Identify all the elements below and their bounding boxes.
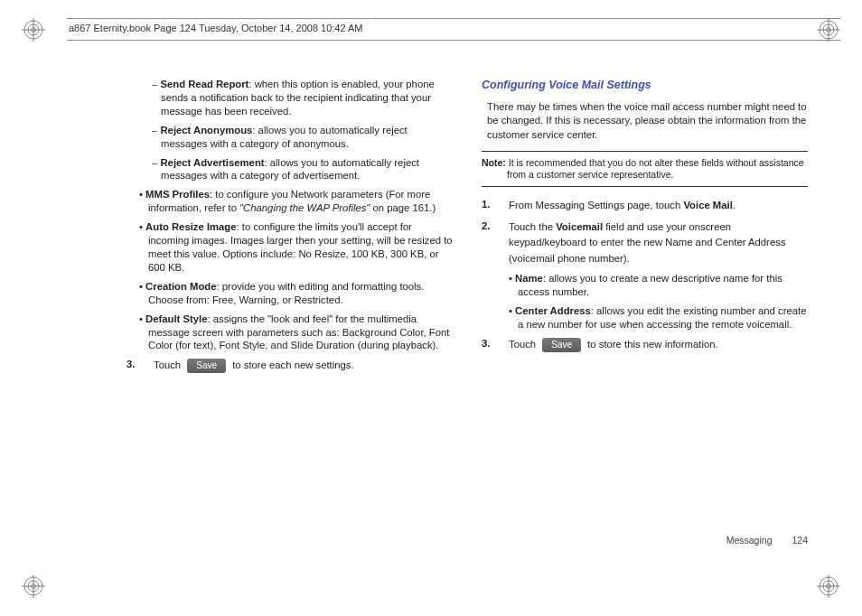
divider bbox=[482, 151, 808, 152]
step-body: From Messaging Settings page, touch Voic… bbox=[509, 198, 808, 214]
step-text: Touch bbox=[154, 359, 183, 370]
list-item: • Creation Mode: provide you with editin… bbox=[139, 280, 453, 307]
item-title: Send Read Report bbox=[160, 79, 248, 89]
header-rule bbox=[67, 18, 840, 19]
note-label: Note: bbox=[482, 157, 506, 168]
step-body: Touch the Voicemail field and use your o… bbox=[509, 219, 808, 267]
page-footer: Messaging124 bbox=[726, 535, 808, 546]
step-body: Touch Save to store each new settings. bbox=[154, 358, 453, 374]
footer-section: Messaging bbox=[726, 535, 773, 546]
cross-reference: "Changing the WAP Profiles" bbox=[239, 202, 370, 213]
step-text: to store each new settings. bbox=[230, 359, 354, 370]
note-body: from a customer service representative. bbox=[507, 169, 808, 181]
step-number: 1. bbox=[482, 198, 496, 211]
crop-mark-icon bbox=[22, 18, 45, 42]
ui-label: Voice Mail bbox=[683, 200, 732, 210]
list-item: – Reject Anonymous: allows you to automa… bbox=[152, 124, 453, 151]
item-title: Creation Mode bbox=[145, 281, 216, 292]
step-text: to store this new information. bbox=[585, 339, 718, 350]
save-button[interactable]: Save bbox=[187, 359, 226, 373]
save-button[interactable]: Save bbox=[542, 338, 581, 352]
item-title: Auto Resize Image bbox=[145, 221, 236, 232]
note-body: It is recommended that you do not alter … bbox=[506, 157, 804, 168]
ui-label: Voicemail bbox=[556, 221, 603, 232]
item-title: Reject Advertisement bbox=[160, 157, 264, 168]
note: Note: It is recommended that you do not … bbox=[482, 157, 808, 181]
footer-page-number: 124 bbox=[792, 535, 808, 546]
step-text: From Messaging Settings page, touch bbox=[509, 200, 683, 210]
page-body: – Send Read Report: when this option is … bbox=[126, 78, 808, 535]
section-heading: Configuring Voice Mail Settings bbox=[482, 78, 808, 93]
list-item: • Name: allows you to create a new descr… bbox=[509, 272, 808, 299]
crop-mark-icon bbox=[817, 18, 840, 42]
step-body: Touch Save to store this new information… bbox=[509, 337, 808, 353]
list-item: – Reject Advertisement: allows you to au… bbox=[152, 156, 453, 183]
item-title: Name bbox=[515, 273, 543, 284]
list-item: – Send Read Report: when this option is … bbox=[152, 78, 453, 118]
crop-mark-icon bbox=[22, 574, 45, 598]
list-item: • Center Address: allows you edit the ex… bbox=[509, 304, 808, 331]
list-item: • Default Style: assigns the "look and f… bbox=[139, 313, 453, 353]
step-text: Touch bbox=[509, 339, 539, 350]
crop-mark-icon bbox=[817, 574, 840, 598]
list-item: • Auto Resize Image: to configure the li… bbox=[139, 220, 453, 275]
item-title: Default Style bbox=[145, 313, 207, 324]
item-body: : allows you to create a new descriptive… bbox=[518, 273, 782, 297]
step-row: 1. From Messaging Settings page, touch V… bbox=[482, 198, 808, 214]
header-rule bbox=[67, 40, 840, 41]
list-item: • MMS Profiles: to configure you Network… bbox=[139, 188, 453, 215]
step-text: . bbox=[733, 200, 736, 210]
left-column: – Send Read Report: when this option is … bbox=[126, 78, 453, 535]
step-number: 2. bbox=[482, 219, 496, 233]
step-text: Touch the bbox=[509, 221, 556, 232]
step-number: 3. bbox=[126, 358, 141, 371]
item-body: on page 161.) bbox=[370, 202, 436, 213]
step-row: 3. Touch Save to store each new settings… bbox=[126, 358, 453, 374]
step-row: 3. Touch Save to store this new informat… bbox=[482, 337, 808, 353]
item-title: MMS Profiles bbox=[145, 189, 210, 200]
item-title: Reject Anonymous bbox=[160, 125, 252, 135]
divider bbox=[482, 186, 808, 187]
step-number: 3. bbox=[482, 337, 496, 350]
right-column: Configuring Voice Mail Settings There ma… bbox=[482, 78, 808, 535]
step-row: 2. Touch the Voicemail field and use you… bbox=[482, 219, 808, 267]
item-title: Center Address bbox=[515, 305, 591, 316]
page-header: a867 Eternity.book Page 124 Tuesday, Oct… bbox=[69, 23, 363, 33]
paragraph: There may be times when the voice mail a… bbox=[487, 100, 808, 143]
